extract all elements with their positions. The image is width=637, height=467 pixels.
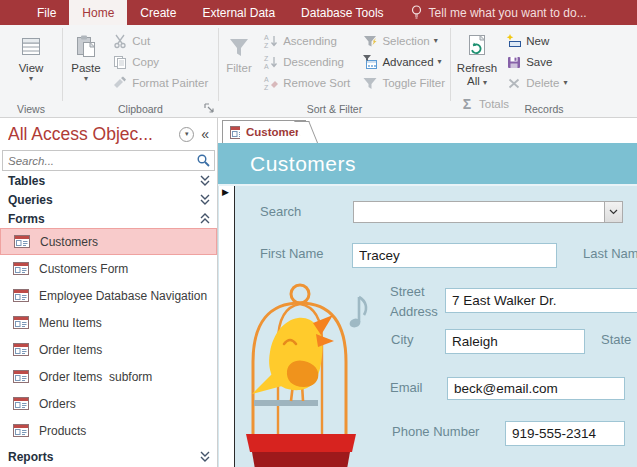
record-selector-bar[interactable]: ▶ bbox=[219, 186, 235, 467]
refresh-all-dropdown-icon: ▾ bbox=[483, 78, 487, 87]
city-label: City bbox=[391, 332, 413, 347]
tables-section-label: Tables bbox=[8, 174, 199, 188]
view-button[interactable]: View ▾ bbox=[10, 29, 52, 82]
svg-text:A: A bbox=[264, 63, 269, 70]
nav-item-label: Order Items subform bbox=[39, 370, 152, 384]
delete-button[interactable]: Delete ▾ bbox=[506, 73, 570, 92]
cut-button[interactable]: Cut bbox=[112, 31, 208, 50]
street-address-input[interactable] bbox=[445, 288, 637, 313]
nav-item-products[interactable]: Products bbox=[0, 417, 217, 444]
form-icon bbox=[13, 288, 29, 303]
refresh-all-button[interactable]: Refresh All ▾ bbox=[455, 29, 499, 88]
nav-item-order-items-subform[interactable]: Order Items subform bbox=[0, 363, 217, 390]
search-combobox-input[interactable] bbox=[354, 202, 604, 222]
remove-sort-icon: AZ bbox=[263, 75, 279, 91]
chevron-down-icon bbox=[609, 209, 618, 215]
ribbon-group-sort-filter: Filter AZ Ascending ZA Descending AZ Rem… bbox=[219, 25, 450, 117]
ascending-button[interactable]: AZ Ascending bbox=[263, 31, 355, 50]
first-name-input[interactable] bbox=[352, 243, 557, 268]
current-record-arrow-icon: ▶ bbox=[222, 187, 229, 197]
form-icon bbox=[13, 396, 29, 411]
new-record-button[interactable]: New bbox=[506, 31, 570, 50]
delete-dropdown-icon: ▾ bbox=[563, 79, 567, 86]
search-field-label: Search bbox=[260, 204, 301, 219]
format-painter-button[interactable]: Format Painter bbox=[112, 73, 208, 92]
nav-item-employee-database-navigation[interactable]: Employee Database Navigation bbox=[0, 282, 217, 309]
state-label: State bbox=[601, 332, 631, 347]
toggle-filter-button[interactable]: Toggle Filter bbox=[362, 73, 445, 92]
view-dropdown-icon: ▾ bbox=[29, 75, 33, 82]
lightbulb-icon bbox=[411, 5, 422, 20]
form-icon bbox=[230, 125, 240, 140]
tab-database-tools[interactable]: Database Tools bbox=[288, 0, 397, 25]
access-window: File Home Create External Data Database … bbox=[0, 0, 637, 467]
search-combobox-dropdown-button[interactable] bbox=[604, 202, 622, 222]
paste-dropdown-icon: ▾ bbox=[84, 75, 88, 82]
advanced-label: Advanced bbox=[382, 56, 433, 68]
copy-button[interactable]: Copy bbox=[112, 52, 208, 71]
nav-pane-menu-button[interactable]: ▾ bbox=[179, 127, 194, 142]
nav-item-customers[interactable]: Customers bbox=[0, 228, 217, 255]
phone-number-label: Phone Number bbox=[392, 424, 479, 439]
nav-item-customers-form[interactable]: Customers Form bbox=[0, 255, 217, 282]
copy-label: Copy bbox=[132, 56, 159, 68]
double-chevron-down-icon bbox=[199, 174, 211, 187]
nav-item-order-items[interactable]: Order Items bbox=[0, 336, 217, 363]
copy-icon bbox=[112, 54, 128, 70]
cut-label: Cut bbox=[132, 35, 150, 47]
svg-text:Z: Z bbox=[264, 42, 269, 49]
document-tab-customers[interactable]: Customers bbox=[222, 120, 306, 143]
nav-section-forms[interactable]: Forms bbox=[0, 209, 217, 228]
save-button[interactable]: Save bbox=[506, 52, 570, 71]
nav-pane-title: All Access Objec... bbox=[8, 124, 179, 145]
city-input[interactable] bbox=[445, 329, 585, 354]
remove-sort-button[interactable]: AZ Remove Sort bbox=[263, 73, 355, 92]
nav-item-orders[interactable]: Orders bbox=[0, 390, 217, 417]
selection-button[interactable]: Selection ▾ bbox=[362, 31, 445, 50]
cut-icon bbox=[112, 33, 128, 49]
view-icon bbox=[19, 32, 43, 62]
svg-text:Z: Z bbox=[264, 84, 269, 91]
filter-icon bbox=[227, 32, 251, 62]
clipboard-dialog-launcher-icon[interactable] bbox=[204, 103, 215, 114]
tab-create[interactable]: Create bbox=[127, 0, 189, 25]
street-address-label-line1: Street bbox=[390, 284, 425, 299]
queries-section-label: Queries bbox=[8, 193, 199, 207]
form-icon bbox=[13, 261, 29, 276]
form-icon bbox=[13, 315, 29, 330]
last-name-label: Last Name bbox=[583, 246, 637, 261]
toggle-filter-icon bbox=[362, 75, 378, 91]
tab-external-data[interactable]: External Data bbox=[189, 0, 288, 25]
phone-number-input[interactable] bbox=[505, 421, 625, 446]
nav-item-label: Customers Form bbox=[39, 262, 128, 276]
nav-section-tables[interactable]: Tables bbox=[0, 171, 217, 190]
paste-button[interactable]: Paste ▾ bbox=[67, 29, 105, 82]
search-icon[interactable] bbox=[196, 153, 211, 168]
tell-me-box[interactable]: Tell me what you want to do... bbox=[411, 0, 587, 25]
document-area: Customers Customers ▶ bbox=[218, 118, 637, 467]
ascending-label: Ascending bbox=[283, 35, 337, 47]
first-name-label: First Name bbox=[260, 246, 324, 261]
advanced-button[interactable]: Advanced ▾ bbox=[362, 52, 445, 71]
refresh-all-label-line2: All ▾ bbox=[467, 75, 487, 88]
nav-section-queries[interactable]: Queries bbox=[0, 190, 217, 209]
records-group-label: Records bbox=[451, 103, 637, 115]
tab-file[interactable]: File bbox=[24, 0, 69, 25]
advanced-icon bbox=[362, 54, 378, 70]
nav-item-menu-items[interactable]: Menu Items bbox=[0, 309, 217, 336]
save-icon bbox=[506, 54, 522, 70]
refresh-icon bbox=[465, 32, 489, 62]
descending-button[interactable]: ZA Descending bbox=[263, 52, 355, 71]
ribbon-tab-bar: File Home Create External Data Database … bbox=[0, 0, 637, 25]
new-record-icon bbox=[506, 33, 522, 49]
filter-button[interactable]: Filter bbox=[222, 29, 256, 75]
nav-section-reports[interactable]: Reports bbox=[0, 447, 217, 466]
tab-home[interactable]: Home bbox=[69, 0, 127, 25]
toggle-filter-label: Toggle Filter bbox=[382, 77, 445, 89]
search-combobox bbox=[353, 201, 623, 223]
form-icon bbox=[13, 342, 29, 357]
shutter-close-button[interactable]: « bbox=[201, 126, 209, 142]
delete-label: Delete bbox=[526, 77, 559, 89]
email-input[interactable] bbox=[447, 377, 625, 400]
nav-search-input[interactable] bbox=[3, 155, 196, 167]
